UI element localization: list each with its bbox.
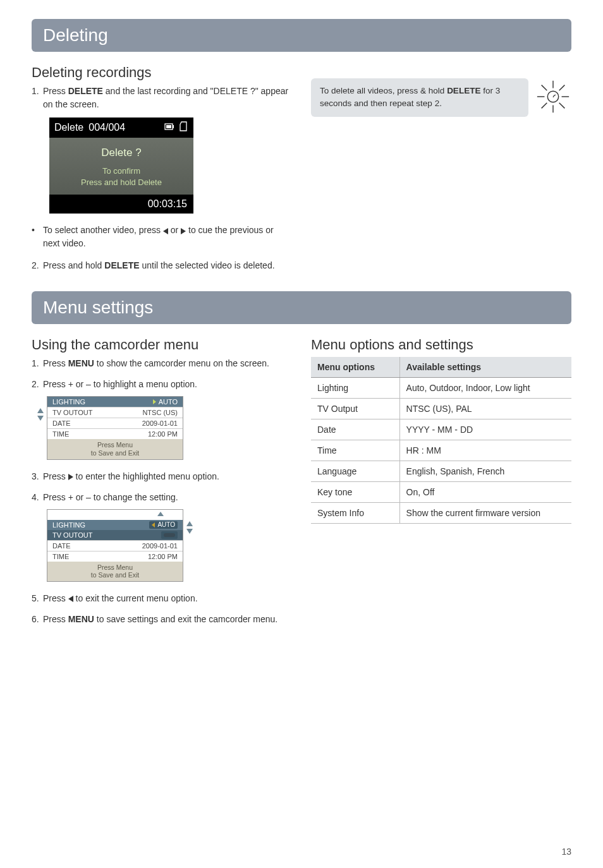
options-table: Menu options Available settings Lighting…	[311, 357, 571, 524]
step-content: Press MENU to show the camcorder menu on…	[43, 357, 292, 370]
using-menu-subheading: Using the camcorder menu	[32, 337, 292, 353]
bold: DELETE	[68, 86, 103, 96]
cam-mid-panel: Delete ? To confirm Press and hold Delet…	[49, 138, 193, 195]
lcd-menu-preview-1: LIGHTING AUTO TV OUTOUTNTSC (US) DATE200…	[47, 396, 183, 459]
cell-option: System Info	[311, 503, 399, 524]
deleting-step-1: 1. Press DELETE and the last recording a…	[32, 85, 292, 111]
text: To delete all videos, press & hold	[320, 86, 447, 95]
cell-option: Language	[311, 461, 399, 482]
text: or	[168, 225, 181, 235]
svg-rect-1	[166, 125, 171, 128]
step-number: 5.	[32, 592, 43, 605]
cell-setting: Auto, Outdoor, Indoor, Low light	[399, 378, 571, 399]
lcd-row: TIME12:00 PM	[47, 551, 183, 562]
cell-option: TV Output	[311, 399, 399, 419]
text: Press	[43, 86, 68, 96]
cam-delete-label: Delete	[54, 122, 83, 133]
th-available-settings: Available settings	[399, 357, 571, 378]
text: to exit the current menu option.	[73, 593, 198, 603]
up-arrow-icon	[157, 512, 164, 516]
lcd-footer: Press Menu to Save and Exit	[47, 562, 183, 581]
cam-hint-line1: To confirm	[53, 166, 190, 177]
step-number: 1.	[32, 85, 43, 111]
lcd-row: DATE2009-01-01	[47, 540, 183, 551]
right-arrow-icon	[181, 228, 186, 234]
cell-setting: HR : MM	[399, 440, 571, 461]
cell-setting: NTSC (US), PAL	[399, 399, 571, 419]
step-content: Press MENU to save settings and exit the…	[43, 613, 292, 626]
lcd-label: DATE	[52, 419, 71, 427]
cell-option: Time	[311, 440, 399, 461]
lcd-label: DATE	[52, 542, 71, 550]
lcd-value: NTSC (US)	[142, 409, 178, 416]
options-tbody: LightingAuto, Outdoor, Indoor, Low light…	[311, 378, 571, 524]
cell-option: Lighting	[311, 378, 399, 399]
lcd-row: DATE2009-01-01	[47, 418, 183, 428]
cam-clip-counter: 004/004	[88, 122, 125, 133]
table-row: TV OutputNTSC (US), PAL	[311, 399, 571, 419]
chevron-left-icon	[152, 522, 155, 527]
lcd-row: TV OUTOUT	[47, 530, 183, 540]
cam-time: 00:03:15	[49, 195, 193, 214]
left-arrow-icon	[163, 228, 168, 234]
deleting-bullets: • To select another video, press or to c…	[32, 224, 292, 250]
menu-left-col: Using the camcorder menu 1. Press MENU t…	[32, 337, 292, 630]
section-heading-menu: Menu settings	[32, 291, 571, 324]
menu-right-col: Menu options and settings Menu options A…	[311, 337, 571, 630]
lcd-label: LIGHTING	[52, 398, 85, 406]
bold: MENU	[68, 358, 94, 368]
lcd-label: LIGHTING	[52, 521, 85, 529]
deleting-step-2: 2. Press and hold DELETE until the selec…	[32, 259, 292, 272]
menu-steps-3-4: 3. Press to enter the highlighted menu o…	[32, 470, 292, 504]
deleting-right-col: To delete all videos, press & hold DELET…	[311, 64, 571, 277]
lcd-value: 2009-01-01	[142, 419, 178, 427]
right-arrow-icon	[68, 474, 73, 480]
th-menu-options: Menu options	[311, 357, 399, 378]
battery-icon	[164, 122, 174, 133]
camcorder-delete-preview: Delete 004/004 Delete ? To confirm Press…	[49, 118, 193, 214]
deleting-subheading: Deleting recordings	[32, 64, 292, 81]
menu-columns: Using the camcorder menu 1. Press MENU t…	[32, 337, 571, 630]
step-content: Press + or – to highlight a menu option.	[43, 378, 292, 391]
step-content: Press DELETE and the last recording and …	[43, 85, 292, 111]
svg-line-11	[559, 85, 565, 91]
table-row: Key toneOn, Off	[311, 482, 571, 503]
svg-line-9	[559, 103, 565, 109]
cam-delete-question: Delete ?	[53, 147, 190, 159]
step-number: 6.	[32, 613, 43, 626]
table-row: TimeHR : MM	[311, 440, 571, 461]
step-content: Press to enter the highlighted menu opti…	[43, 470, 292, 483]
text: to Save and Exit	[47, 449, 183, 457]
lcd-value: 12:00 PM	[148, 430, 178, 438]
step-number: 2.	[32, 259, 43, 272]
value-placeholder-icon	[164, 533, 175, 537]
text: AUTO	[159, 398, 178, 406]
text: to enter the highlighted menu option.	[73, 471, 219, 481]
step-content: Press to exit the current menu option.	[43, 592, 292, 605]
text: AUTO	[157, 521, 175, 528]
table-row: System InfoShow the current firmware ver…	[311, 503, 571, 524]
bullet-select-video: • To select another video, press or to c…	[32, 224, 292, 250]
up-arrow-icon	[186, 521, 193, 526]
text: Press	[43, 593, 68, 603]
table-header-row: Menu options Available settings	[311, 357, 571, 378]
text: Press Menu	[47, 441, 183, 449]
deleting-steps: 1. Press DELETE and the last recording a…	[32, 85, 292, 111]
text: until the selected video is deleted.	[140, 260, 275, 270]
step-number: 4.	[32, 491, 43, 504]
cell-setting: YYYY - MM - DD	[399, 419, 571, 440]
text: to save settings and exit the camcorder …	[94, 614, 277, 624]
step-number: 3.	[32, 470, 43, 483]
table-row: LightingAuto, Outdoor, Indoor, Low light	[311, 378, 571, 399]
deleting-steps-2: 2. Press and hold DELETE until the selec…	[32, 259, 292, 272]
lcd-label: TV OUTOUT	[52, 531, 92, 539]
lcd-label: TIME	[52, 553, 69, 560]
lcd-value: 12:00 PM	[148, 553, 178, 560]
bold: MENU	[68, 614, 94, 624]
menu-steps: 1. Press MENU to show the camcorder menu…	[32, 357, 292, 391]
lcd-row: LIGHTING AUTO	[47, 520, 183, 530]
svg-rect-2	[173, 125, 174, 128]
lcd-label: TV OUTOUT	[52, 409, 92, 416]
cam-hint-line2: Press and hold Delete	[53, 177, 190, 188]
lcd-value-chip: AUTO	[149, 521, 178, 529]
